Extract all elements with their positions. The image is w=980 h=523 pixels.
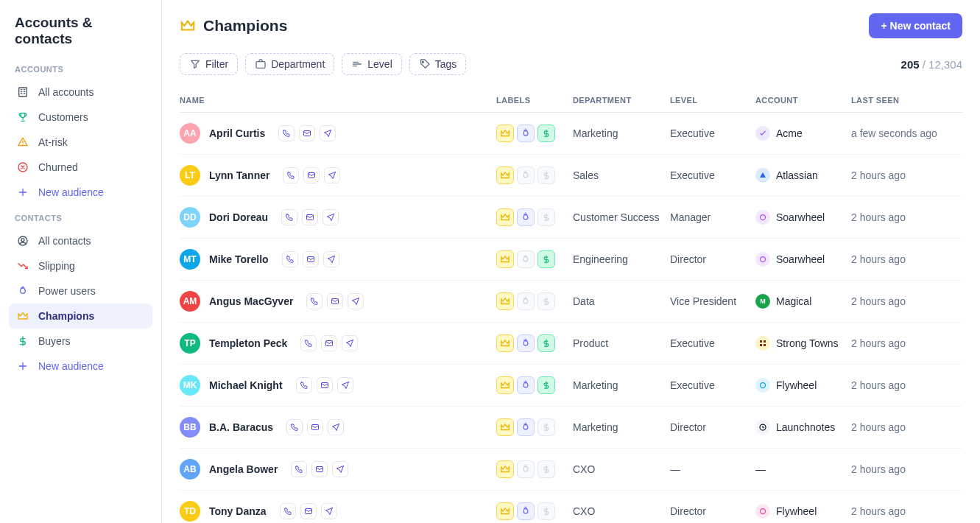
send-icon[interactable]: [324, 167, 340, 183]
label-flame-icon[interactable]: [517, 124, 535, 142]
sidebar-item-at-risk[interactable]: At-risk: [9, 130, 152, 155]
sidebar-item-buyers[interactable]: Buyers: [9, 329, 152, 354]
send-icon[interactable]: [332, 461, 348, 477]
account-cell[interactable]: Flywheel: [755, 378, 851, 393]
col-level[interactable]: LEVEL: [670, 96, 755, 105]
phone-icon[interactable]: [282, 251, 298, 267]
phone-icon[interactable]: [283, 167, 299, 183]
person-name[interactable]: Michael Knight: [209, 379, 283, 391]
label-dollar-icon[interactable]: [537, 376, 555, 394]
phone-icon[interactable]: [280, 503, 296, 519]
label-dollar-icon[interactable]: [537, 460, 555, 478]
account-cell[interactable]: Acme: [755, 126, 851, 141]
account-cell[interactable]: Soarwheel: [755, 210, 851, 225]
table-row[interactable]: TPTempleton PeckProductExecutiveStrong T…: [180, 323, 962, 365]
table-row[interactable]: DDDori DoreauCustomer SuccessManagerSoar…: [180, 197, 962, 239]
label-flame-icon[interactable]: [517, 166, 535, 184]
label-dollar-icon[interactable]: [537, 250, 555, 268]
account-cell[interactable]: Flywheel: [755, 504, 851, 519]
label-dollar-icon[interactable]: [537, 502, 555, 520]
label-crown-icon[interactable]: [496, 418, 514, 436]
col-last-seen[interactable]: LAST SEEN: [851, 96, 962, 105]
label-flame-icon[interactable]: [517, 208, 535, 226]
mail-icon[interactable]: [327, 293, 343, 309]
sidebar-item-customers[interactable]: Customers: [9, 105, 152, 130]
table-row[interactable]: TDTony DanzaCXODirectorFlywheel2 hours a…: [180, 491, 962, 523]
mail-icon[interactable]: [307, 419, 323, 435]
sidebar-item-new-audience[interactable]: New audience: [9, 180, 152, 205]
col-name[interactable]: NAME: [180, 96, 496, 105]
label-dollar-icon[interactable]: [537, 334, 555, 352]
label-flame-icon[interactable]: [517, 250, 535, 268]
phone-icon[interactable]: [286, 419, 303, 435]
label-crown-icon[interactable]: [496, 166, 514, 184]
sidebar-item-slipping[interactable]: Slipping: [9, 253, 152, 278]
sidebar-item-all-accounts[interactable]: All accounts: [9, 80, 152, 105]
label-crown-icon[interactable]: [496, 502, 514, 520]
send-icon[interactable]: [320, 125, 336, 141]
label-flame-icon[interactable]: [517, 418, 535, 436]
label-dollar-icon[interactable]: [537, 418, 555, 436]
label-crown-icon[interactable]: [496, 208, 514, 226]
person-name[interactable]: Tony Danza: [209, 505, 267, 517]
sidebar-item-power-users[interactable]: Power users: [9, 278, 152, 303]
label-crown-icon[interactable]: [496, 124, 514, 142]
send-icon[interactable]: [348, 293, 364, 309]
table-row[interactable]: AAApril CurtisMarketingExecutiveAcmea fe…: [180, 113, 962, 155]
mail-icon[interactable]: [299, 125, 315, 141]
label-flame-icon[interactable]: [517, 334, 535, 352]
account-cell[interactable]: Launchnotes: [755, 420, 851, 435]
table-row[interactable]: AMAngus MacGyverDataVice PresidentMMagic…: [180, 281, 962, 323]
sidebar-item-churned[interactable]: Churned: [9, 155, 152, 180]
phone-icon[interactable]: [291, 461, 307, 477]
label-dollar-icon[interactable]: [537, 166, 555, 184]
col-department[interactable]: DEPARTMENT: [573, 96, 670, 105]
mail-icon[interactable]: [303, 251, 319, 267]
phone-icon[interactable]: [300, 335, 317, 351]
phone-icon[interactable]: [281, 209, 297, 225]
label-crown-icon[interactable]: [496, 460, 514, 478]
person-name[interactable]: Templeton Peck: [209, 337, 287, 349]
mail-icon[interactable]: [300, 503, 317, 519]
send-icon[interactable]: [342, 335, 358, 351]
account-cell[interactable]: MMagical: [755, 294, 851, 309]
label-flame-icon[interactable]: [517, 292, 535, 310]
new-contact-button[interactable]: + New contact: [869, 13, 962, 38]
send-icon[interactable]: [337, 377, 353, 393]
label-flame-icon[interactable]: [517, 460, 535, 478]
filter-chip-tags[interactable]: Tags: [409, 53, 467, 75]
label-crown-icon[interactable]: [496, 376, 514, 394]
label-dollar-icon[interactable]: [537, 292, 555, 310]
sidebar-item-champions[interactable]: Champions: [9, 303, 152, 329]
label-crown-icon[interactable]: [496, 292, 514, 310]
label-flame-icon[interactable]: [517, 376, 535, 394]
mail-icon[interactable]: [317, 377, 333, 393]
label-dollar-icon[interactable]: [537, 208, 555, 226]
account-cell[interactable]: —: [755, 463, 851, 475]
table-row[interactable]: MKMichael KnightMarketingExecutiveFlywhe…: [180, 365, 962, 407]
account-cell[interactable]: Strong Towns: [755, 336, 851, 351]
mail-icon[interactable]: [302, 209, 318, 225]
table-row[interactable]: ABAngela BowerCXO——2 hours ago: [180, 449, 962, 491]
label-crown-icon[interactable]: [496, 334, 514, 352]
send-icon[interactable]: [328, 419, 344, 435]
person-name[interactable]: Dori Doreau: [209, 211, 268, 223]
label-dollar-icon[interactable]: [537, 124, 555, 142]
filter-chip-department[interactable]: Department: [245, 53, 334, 75]
col-labels[interactable]: LABELS: [496, 96, 573, 105]
account-cell[interactable]: Atlassian: [755, 168, 851, 183]
label-flame-icon[interactable]: [517, 502, 535, 520]
person-name[interactable]: April Curtis: [209, 127, 265, 139]
label-crown-icon[interactable]: [496, 250, 514, 268]
send-icon[interactable]: [323, 251, 339, 267]
account-cell[interactable]: Soarwheel: [755, 252, 851, 267]
filter-chip-level[interactable]: Level: [342, 53, 401, 75]
mail-icon[interactable]: [311, 461, 328, 477]
mail-icon[interactable]: [321, 335, 337, 351]
person-name[interactable]: Mike Torello: [209, 253, 269, 265]
person-name[interactable]: Angela Bower: [209, 463, 278, 475]
table-row[interactable]: MTMike TorelloEngineeringDirectorSoarwhe…: [180, 239, 962, 281]
mail-icon[interactable]: [303, 167, 320, 183]
phone-icon[interactable]: [278, 125, 295, 141]
table-row[interactable]: LTLynn TannerSalesExecutiveAtlassian2 ho…: [180, 155, 962, 197]
